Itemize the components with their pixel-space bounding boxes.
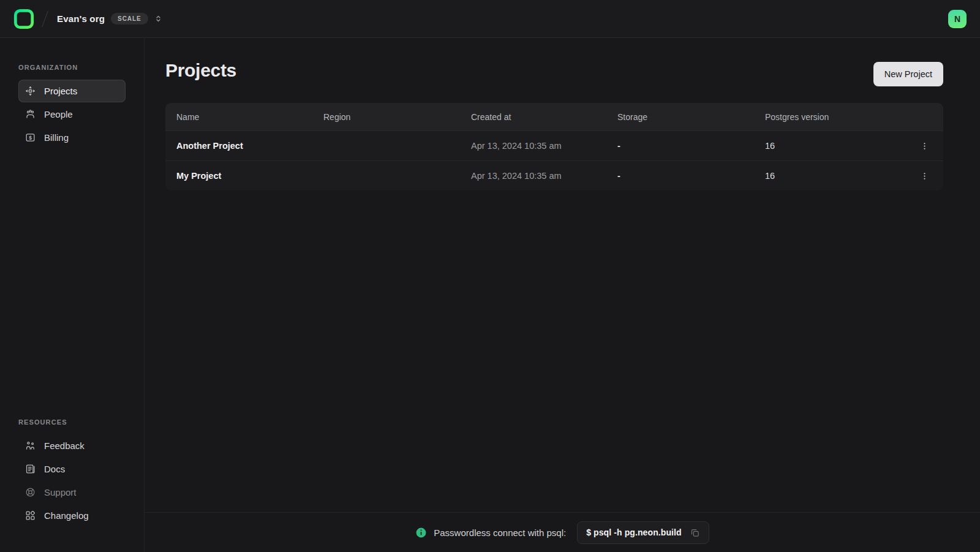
plan-badge: SCALE [111,13,148,25]
user-avatar[interactable]: N [948,10,967,28]
sidebar-item-billing[interactable]: $ Billing [18,126,126,149]
sidebar-item-feedback[interactable]: Feedback [18,434,126,457]
psql-connect-footer: Passwordless connect with psql: $ psql -… [145,512,980,552]
sidebar-item-label: Docs [44,464,65,474]
sidebar: ORGANIZATION Projects People [0,38,145,552]
breadcrumb-slash-divider [42,10,48,27]
psql-command-box: $ psql -h pg.neon.build [577,521,709,544]
copy-icon[interactable] [690,527,700,538]
sidebar-item-changelog[interactable]: Changelog [18,504,126,527]
column-header-created-at: Created at [471,112,617,122]
sidebar-item-projects[interactable]: Projects [18,80,126,102]
column-header-postgres-version: Postgres version [765,112,905,122]
project-created-at: Apr 13, 2024 10:35 am [471,141,617,151]
main-content: Projects New Project Name Region Created… [145,38,980,512]
projects-table: Name Region Created at Storage Postgres … [165,103,943,191]
project-created-at: Apr 13, 2024 10:35 am [471,171,617,181]
sidebar-item-docs[interactable]: Docs [18,458,126,480]
project-postgres-version: 16 [765,171,905,181]
billing-icon: $ [24,132,36,143]
resources-section: RESOURCES Feedback Docs [18,418,126,527]
table-row[interactable]: Another Project Apr 13, 2024 10:35 am - … [165,130,943,161]
neon-logo-icon[interactable] [13,9,34,29]
column-header-storage: Storage [617,112,765,122]
row-actions-kebab-icon[interactable] [917,168,932,184]
feedback-icon [24,440,36,452]
sidebar-item-people[interactable]: People [18,103,126,126]
psql-hint-text: Passwordless connect with psql: [434,527,566,538]
column-header-name: Name [176,112,323,122]
table-header-row: Name Region Created at Storage Postgres … [165,103,943,130]
resources-section-label: RESOURCES [18,418,126,426]
sidebar-item-label: Billing [44,132,69,143]
changelog-icon [24,510,36,521]
psql-command: $ psql -h pg.neon.build [586,527,682,537]
organization-section-label: ORGANIZATION [18,64,126,71]
projects-icon [24,85,36,97]
sidebar-item-label: Projects [44,86,77,96]
info-icon [415,527,427,539]
sidebar-item-label: Support [44,487,77,497]
org-name[interactable]: Evan's org [57,13,105,24]
org-switcher-chevron-updown-icon[interactable] [154,14,163,23]
column-header-region: Region [323,112,471,122]
table-row[interactable]: My Project Apr 13, 2024 10:35 am - 16 [165,161,943,191]
project-name[interactable]: Another Project [176,141,323,151]
people-icon [24,108,36,120]
project-name[interactable]: My Project [176,171,323,181]
svg-text:$: $ [29,135,32,141]
docs-icon [24,463,36,475]
sidebar-item-label: People [44,109,73,119]
page-title: Projects [165,60,236,81]
project-postgres-version: 16 [765,141,905,151]
project-storage: - [617,141,765,151]
new-project-button[interactable]: New Project [873,62,943,86]
support-icon [24,486,36,498]
sidebar-item-label: Changelog [44,510,89,521]
sidebar-item-label: Feedback [44,440,85,451]
sidebar-item-support[interactable]: Support [18,481,126,504]
project-storage: - [617,171,765,181]
topbar: Evan's org SCALE N [0,0,980,38]
row-actions-kebab-icon[interactable] [917,138,932,154]
